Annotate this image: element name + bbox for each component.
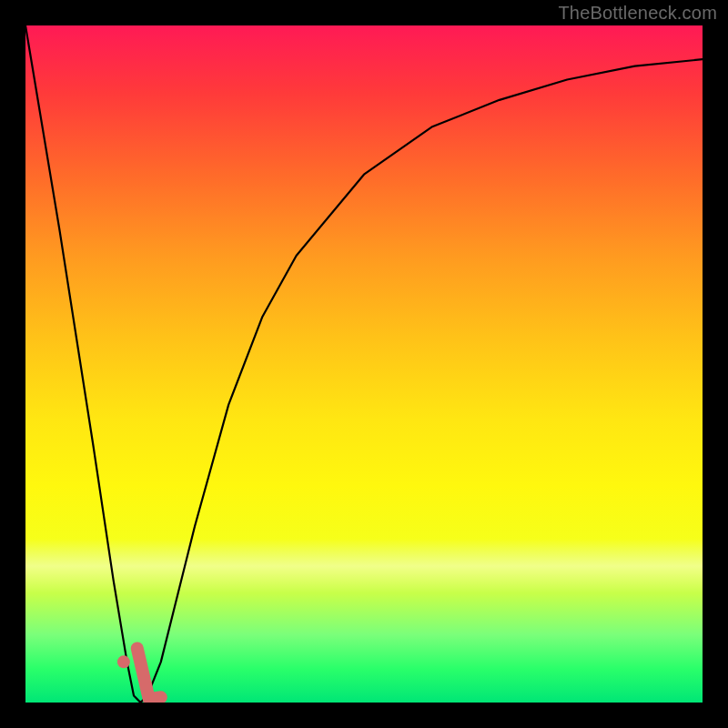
bottleneck-curve <box>25 25 703 703</box>
chart-svg <box>25 25 703 703</box>
watermark-text: TheBottleneck.com <box>558 3 717 24</box>
selection-dot-icon <box>117 655 130 668</box>
plot-area <box>25 25 703 703</box>
chart-container: TheBottleneck.com <box>0 0 728 728</box>
selection-tick-icon <box>137 648 161 699</box>
